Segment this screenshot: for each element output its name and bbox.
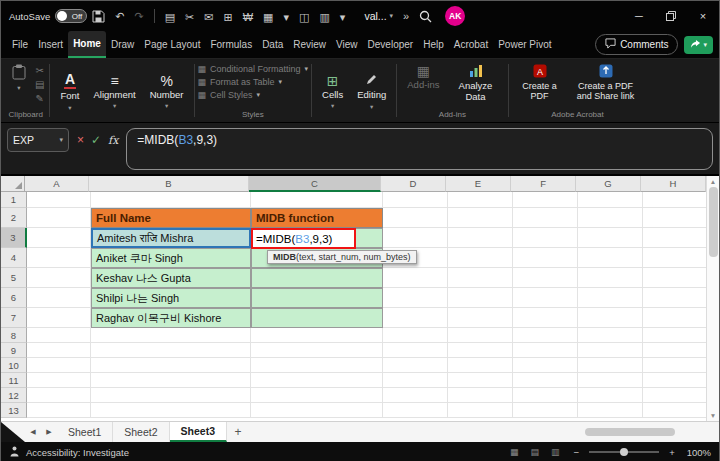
row-header-1[interactable]: 1 bbox=[1, 192, 27, 208]
cell-A11[interactable] bbox=[27, 373, 91, 388]
cell-B12[interactable] bbox=[91, 388, 251, 403]
font-button[interactable]: A Font ▾ bbox=[53, 61, 86, 122]
formula-input[interactable]: =MIDB(B3,9,3) bbox=[126, 128, 713, 170]
cell-G1[interactable] bbox=[578, 192, 643, 208]
dropdown-icon[interactable]: ▾ bbox=[284, 11, 290, 24]
conditional-formatting-button[interactable]: ▦Conditional Formatting▾ bbox=[198, 64, 309, 74]
cell-H1[interactable] bbox=[643, 192, 706, 208]
cell-E6[interactable] bbox=[448, 288, 513, 308]
cell-F10[interactable] bbox=[513, 358, 578, 373]
cell-B9[interactable] bbox=[91, 343, 251, 358]
cell-C8[interactable] bbox=[251, 328, 383, 343]
cell-A4[interactable] bbox=[27, 248, 91, 268]
autosave-control[interactable]: AutoSave Off bbox=[9, 9, 87, 23]
cell-C10[interactable] bbox=[251, 358, 383, 373]
cell-D12[interactable] bbox=[383, 388, 448, 403]
cell-E1[interactable] bbox=[448, 192, 513, 208]
cell-D1[interactable] bbox=[383, 192, 448, 208]
window-icon[interactable]: ◫ bbox=[299, 11, 309, 24]
cell-D11[interactable] bbox=[383, 373, 448, 388]
redo-icon[interactable]: ↷ bbox=[134, 10, 143, 23]
currency-icon[interactable]: ₩ bbox=[243, 11, 253, 23]
page-layout-view-icon[interactable]: ▤ bbox=[531, 447, 540, 457]
sheet-tab-sheet1[interactable]: Sheet1 bbox=[57, 422, 113, 442]
cell-B4[interactable]: Aniket 쿠마 Singh bbox=[91, 248, 251, 268]
menu-tab-developer[interactable]: Developer bbox=[363, 31, 419, 58]
page-break-view-icon[interactable]: ▥ bbox=[551, 447, 560, 457]
cell-styles-button[interactable]: ▦Cell Styles▾ bbox=[198, 90, 309, 100]
enter-icon[interactable]: ✓ bbox=[91, 133, 101, 147]
cell-G8[interactable] bbox=[578, 328, 643, 343]
cell-B1[interactable] bbox=[91, 192, 251, 208]
cell-C2[interactable]: MIDB function bbox=[251, 208, 383, 228]
zoom-slider-knob[interactable] bbox=[620, 448, 628, 456]
cell-D13[interactable] bbox=[383, 403, 448, 418]
cell-E8[interactable] bbox=[448, 328, 513, 343]
cell-H11[interactable] bbox=[643, 373, 706, 388]
clipboard-icon[interactable]: ▤ bbox=[165, 11, 175, 24]
cell-F3[interactable] bbox=[513, 228, 578, 248]
menu-tab-draw[interactable]: Draw bbox=[106, 31, 139, 58]
row-header-13[interactable]: 13 bbox=[1, 403, 27, 418]
cell-C11[interactable] bbox=[251, 373, 383, 388]
save-icon[interactable] bbox=[92, 10, 105, 23]
row-header-11[interactable]: 11 bbox=[1, 373, 27, 388]
cell-G7[interactable] bbox=[578, 308, 643, 328]
cell-E3[interactable] bbox=[448, 228, 513, 248]
cell-G9[interactable] bbox=[578, 343, 643, 358]
accessibility-status[interactable]: Accessibility: Investigate bbox=[26, 447, 129, 458]
copy-icon[interactable]: ▤ bbox=[35, 79, 44, 90]
column-header-B[interactable]: B bbox=[89, 176, 249, 192]
cell-C6[interactable] bbox=[251, 288, 383, 308]
cell-E13[interactable] bbox=[448, 403, 513, 418]
cell-E10[interactable] bbox=[448, 358, 513, 373]
cell-D2[interactable] bbox=[383, 208, 448, 228]
cell-H4[interactable] bbox=[643, 248, 706, 268]
cell-H5[interactable] bbox=[643, 268, 706, 288]
cell-C1[interactable] bbox=[251, 192, 383, 208]
cell-F1[interactable] bbox=[513, 192, 578, 208]
borders-icon[interactable]: ⊞ bbox=[223, 11, 232, 24]
paste-button[interactable]: ▾ bbox=[5, 61, 33, 95]
cell-F2[interactable] bbox=[513, 208, 578, 228]
cell-D3[interactable] bbox=[383, 228, 448, 248]
column-header-C[interactable]: C bbox=[249, 176, 381, 192]
cell-D6[interactable] bbox=[383, 288, 448, 308]
avatar[interactable]: AK bbox=[445, 6, 465, 26]
column-header-D[interactable]: D bbox=[381, 176, 446, 192]
name-box[interactable]: EXP ▾ bbox=[7, 128, 69, 152]
toolbar-overflow-icon[interactable]: » bbox=[403, 10, 409, 22]
cut-icon[interactable]: ✂ bbox=[36, 65, 44, 76]
cell-E4[interactable] bbox=[448, 248, 513, 268]
normal-view-icon[interactable]: ▦ bbox=[510, 447, 519, 457]
cell-F13[interactable] bbox=[513, 403, 578, 418]
cell-C13[interactable] bbox=[251, 403, 383, 418]
cell-D7[interactable] bbox=[383, 308, 448, 328]
cell-A7[interactable] bbox=[27, 308, 91, 328]
zoom-slider[interactable] bbox=[589, 451, 659, 453]
cell-C5[interactable] bbox=[251, 268, 383, 288]
format-painter-icon[interactable]: ✎ bbox=[36, 93, 44, 104]
cell-F8[interactable] bbox=[513, 328, 578, 343]
minimize-button[interactable]: ─ bbox=[623, 1, 655, 31]
select-all-button[interactable] bbox=[1, 176, 25, 192]
scissors-icon[interactable]: ✂ bbox=[185, 11, 194, 24]
comments-button[interactable]: Comments bbox=[595, 34, 678, 55]
zoom-out-icon[interactable]: − bbox=[574, 447, 580, 458]
cell-H3[interactable] bbox=[643, 228, 706, 248]
sheet-scroll-left-icon[interactable]: ◀ bbox=[25, 422, 41, 442]
cancel-icon[interactable]: × bbox=[77, 133, 84, 147]
row-header-8[interactable]: 8 bbox=[1, 328, 27, 343]
cell-B2[interactable]: Full Name bbox=[91, 208, 251, 228]
sheet-tab-sheet3[interactable]: Sheet3 bbox=[170, 422, 227, 442]
menu-tab-formulas[interactable]: Formulas bbox=[205, 31, 257, 58]
column-header-E[interactable]: E bbox=[446, 176, 511, 192]
cell-F9[interactable] bbox=[513, 343, 578, 358]
cell-E7[interactable] bbox=[448, 308, 513, 328]
cell-C7[interactable] bbox=[251, 308, 383, 328]
scrollbar-thumb[interactable] bbox=[709, 187, 718, 257]
cell-C3[interactable]: =MIDB(B3,9,3) bbox=[251, 228, 383, 248]
cell-G4[interactable] bbox=[578, 248, 643, 268]
autosave-toggle[interactable]: Off bbox=[55, 9, 87, 23]
cell-A8[interactable] bbox=[27, 328, 91, 343]
